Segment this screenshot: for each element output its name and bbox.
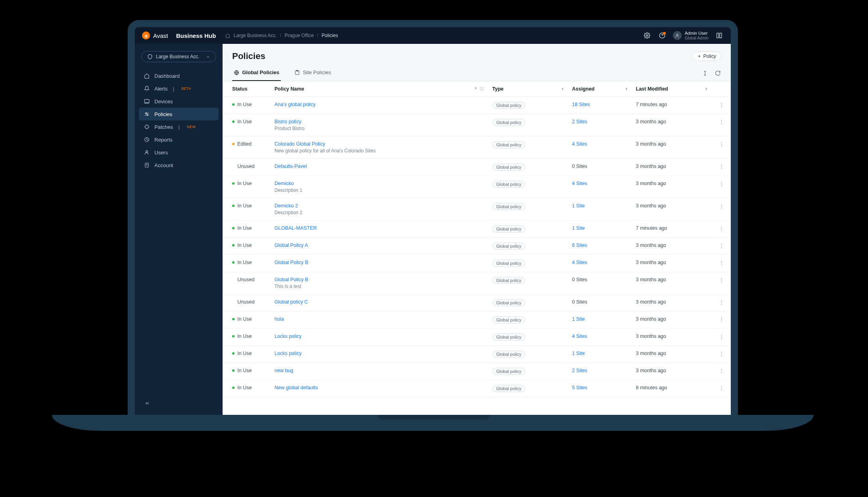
assigned-link[interactable]: 1 Site xyxy=(572,316,585,322)
row-menu-button[interactable]: ⋮ xyxy=(712,221,731,238)
col-type[interactable]: Type xyxy=(492,86,503,92)
assigned-link[interactable]: 2 Sites xyxy=(572,119,587,124)
row-menu-button[interactable]: ⋮ xyxy=(712,97,731,114)
type-chip: Global policy xyxy=(492,243,525,250)
status-dot-icon xyxy=(232,227,235,229)
main-content: Policies Policy Global PoliciesSite Poli… xyxy=(223,44,731,415)
svg-point-10 xyxy=(146,113,146,114)
sidebar-item-patches[interactable]: Patches|NEW xyxy=(139,120,219,133)
policy-name-link[interactable]: Global Policy A xyxy=(274,243,308,248)
sidebar-item-alerts[interactable]: Alerts|BETA xyxy=(139,82,219,95)
assigned-link[interactable]: 1 Site xyxy=(572,351,585,356)
search-icon[interactable] xyxy=(479,87,484,91)
policy-name-link[interactable]: Bistro policy xyxy=(274,119,301,124)
user-menu[interactable]: Admin User Global Admin xyxy=(673,31,708,40)
assigned-link[interactable]: 4 Sites xyxy=(572,141,587,147)
table-row: In UseholaGlobal policy1 Site3 months ag… xyxy=(223,312,731,329)
sidebar-item-reports[interactable]: Reports xyxy=(139,133,219,146)
assigned-link[interactable]: 4 Sites xyxy=(572,260,587,265)
col-status[interactable]: Status xyxy=(232,86,247,92)
sort-icon[interactable]: ▲▼ xyxy=(625,87,628,91)
rename-icon[interactable] xyxy=(701,70,708,77)
assigned-link[interactable]: 1 Site xyxy=(572,203,585,209)
policy-name-link[interactable]: GLOBAL-MASTER xyxy=(274,225,317,231)
assigned-link[interactable]: 2 Sites xyxy=(572,368,587,373)
assigned-link[interactable]: 1 Site xyxy=(572,225,585,231)
row-menu-button[interactable]: ⋮ xyxy=(712,363,731,380)
svg-line-26 xyxy=(483,90,483,91)
status-text: In Use xyxy=(237,181,252,186)
settings-icon[interactable] xyxy=(643,31,651,40)
policy-name-link[interactable]: Global Policy B xyxy=(274,277,308,282)
policy-name-link[interactable]: new bug xyxy=(274,368,293,373)
policy-name-link[interactable]: Locks policy xyxy=(274,333,302,339)
add-policy-button[interactable]: Policy xyxy=(692,51,721,61)
sort-icon[interactable]: ▲▼ xyxy=(561,87,564,91)
col-name[interactable]: Policy Name xyxy=(274,86,304,92)
type-chip: Global policy xyxy=(492,203,525,210)
sidebar-item-label: Devices xyxy=(154,99,173,105)
modified-text: 3 months ago xyxy=(636,277,666,282)
svg-point-11 xyxy=(147,114,148,115)
tab-site-policies[interactable]: Site Policies xyxy=(293,65,333,81)
row-menu-button[interactable]: ⋮ xyxy=(712,312,731,329)
sidebar-item-label: Patches xyxy=(154,124,173,130)
assigned-link[interactable]: 4 Sites xyxy=(572,181,587,186)
sidebar-item-policies[interactable]: Policies xyxy=(139,108,219,120)
policy-name-link[interactable]: Locks policy xyxy=(274,351,302,356)
breadcrumb-mid[interactable]: Prague Office xyxy=(285,33,314,38)
new-badge: NEW xyxy=(185,124,198,130)
org-switcher[interactable]: Large Business Acc. xyxy=(141,51,216,62)
status-dot-icon xyxy=(232,165,235,168)
svg-rect-5 xyxy=(720,33,722,38)
policy-name-link[interactable]: hola xyxy=(274,316,284,322)
apps-icon[interactable] xyxy=(715,31,724,40)
modified-text: 3 months ago xyxy=(636,333,666,339)
modified-text: 3 months ago xyxy=(636,260,666,265)
user-icon xyxy=(144,149,150,156)
sort-icon[interactable]: ▲▼ xyxy=(705,87,708,91)
tab-global-policies[interactable]: Global Policies xyxy=(232,65,281,81)
avatar-icon xyxy=(673,31,682,40)
status-dot-icon xyxy=(232,301,235,303)
row-menu-button[interactable]: ⋮ xyxy=(712,176,731,198)
row-menu-button[interactable]: ⋮ xyxy=(712,346,731,363)
table-row: In UseDemickoDescription 1Global policy4… xyxy=(223,176,731,198)
assigned-link[interactable]: 18 Sites xyxy=(572,102,590,107)
row-menu-button[interactable]: ⋮ xyxy=(712,136,731,159)
sort-icon[interactable]: ▲▼ xyxy=(474,87,477,91)
type-chip: Global policy xyxy=(492,164,525,171)
row-menu-button[interactable]: ⋮ xyxy=(712,255,731,272)
sidebar-collapse-button[interactable] xyxy=(143,399,152,408)
row-menu-button[interactable]: ⋮ xyxy=(712,272,731,294)
policy-name-link[interactable]: Demicko 2 xyxy=(274,203,298,209)
col-assigned[interactable]: Assigned xyxy=(572,86,594,92)
col-modified[interactable]: Last Modified xyxy=(636,86,668,92)
refresh-icon[interactable] xyxy=(714,70,721,77)
policy-name-link[interactable]: Ana's global policy xyxy=(274,102,316,107)
sidebar-item-dashboard[interactable]: Dashboard xyxy=(139,69,219,82)
policy-name-link[interactable]: Global policy C xyxy=(274,299,308,305)
policy-name-link[interactable]: Global Policy B xyxy=(274,260,308,265)
policy-name-link[interactable]: Demicko xyxy=(274,181,294,186)
sidebar-item-users[interactable]: Users xyxy=(139,146,219,159)
row-menu-button[interactable]: ⋮ xyxy=(712,329,731,346)
row-menu-button[interactable]: ⋮ xyxy=(712,294,731,312)
assigned-link[interactable]: 6 Sites xyxy=(572,243,587,248)
sidebar-item-devices[interactable]: Devices xyxy=(139,95,219,108)
help-icon[interactable] xyxy=(658,31,667,40)
assigned-link[interactable]: 4 Sites xyxy=(572,333,587,339)
breadcrumb-home[interactable]: Large Business Acc. xyxy=(233,33,277,38)
assigned-link[interactable]: 5 Sites xyxy=(572,385,587,390)
row-menu-button[interactable]: ⋮ xyxy=(712,198,731,221)
row-menu-button[interactable]: ⋮ xyxy=(712,114,731,136)
policy-name-link[interactable]: Defaults-Pavel xyxy=(274,164,307,169)
row-menu-button[interactable]: ⋮ xyxy=(712,159,731,176)
row-menu-button[interactable]: ⋮ xyxy=(712,238,731,255)
status-text: Edited xyxy=(237,141,251,147)
policy-name-link[interactable]: Colorado Global Policy xyxy=(274,141,325,147)
modified-text: 3 months ago xyxy=(636,181,666,186)
policy-name-link[interactable]: New global defaults xyxy=(274,385,318,390)
row-menu-button[interactable]: ⋮ xyxy=(712,380,731,397)
sidebar-item-account[interactable]: Account xyxy=(139,159,219,172)
